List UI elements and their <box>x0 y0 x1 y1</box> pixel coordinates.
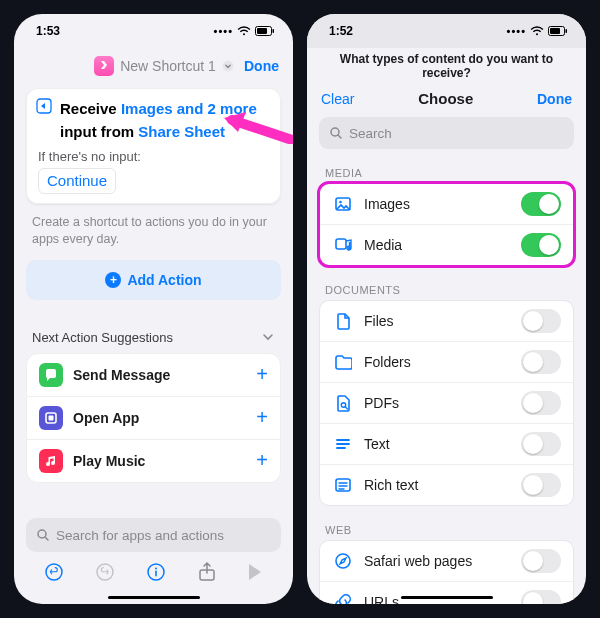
svg-rect-12 <box>156 571 158 577</box>
receive-input-card[interactable]: Receive Images and 2 more input from Sha… <box>26 88 281 204</box>
undo-button[interactable] <box>44 562 64 586</box>
type-row-pdfs[interactable]: PDFs <box>320 382 573 423</box>
share-button[interactable] <box>198 562 216 586</box>
status-bar: 1:53 •••• <box>14 14 293 48</box>
toggle-switch[interactable] <box>521 432 561 456</box>
richtext-icon <box>332 476 354 494</box>
type-label: Safari web pages <box>364 553 521 569</box>
type-group: ImagesMedia <box>319 183 574 266</box>
toggle-switch[interactable] <box>521 473 561 497</box>
add-suggestion-button[interactable]: + <box>256 363 268 386</box>
type-row-urls[interactable]: URLs <box>320 581 573 604</box>
add-action-button[interactable]: + Add Action <box>26 260 281 300</box>
section-label: WEB <box>307 516 586 540</box>
type-row-files[interactable]: Files <box>320 301 573 341</box>
svg-rect-1 <box>257 28 267 34</box>
modal-nav: Clear Choose Done <box>307 90 586 117</box>
input-types-link[interactable]: Images and 2 more <box>121 100 257 117</box>
editor-nav: New Shortcut 1 Done <box>14 48 293 84</box>
shortcut-title: New Shortcut 1 <box>120 58 216 74</box>
status-right: •••• <box>507 25 568 37</box>
battery-icon <box>255 26 275 36</box>
search-icon <box>329 126 343 140</box>
toggle-switch[interactable] <box>521 192 561 216</box>
type-label: PDFs <box>364 395 521 411</box>
wifi-icon <box>237 26 251 36</box>
battery-icon <box>548 26 568 36</box>
type-label: Rich text <box>364 477 521 493</box>
search-input[interactable]: Search for apps and actions <box>26 518 281 552</box>
suggestions-header-row[interactable]: Next Action Suggestions <box>14 314 293 353</box>
home-indicator <box>401 596 493 599</box>
add-action-label: Add Action <box>127 272 201 288</box>
search-input[interactable]: Search <box>319 117 574 149</box>
toggle-switch[interactable] <box>521 350 561 374</box>
search-icon <box>36 528 50 542</box>
receive-line: Receive Images and 2 more input from Sha… <box>60 98 269 143</box>
done-button[interactable]: Done <box>537 91 572 107</box>
plus-circle-icon: + <box>105 272 121 288</box>
link-icon <box>332 593 354 604</box>
type-group: Safari web pagesURLsArticles <box>319 540 574 604</box>
svg-rect-15 <box>550 28 560 34</box>
toggle-switch[interactable] <box>521 309 561 333</box>
section-label: MEDIA <box>307 159 586 183</box>
shortcut-title-row[interactable]: New Shortcut 1 <box>94 56 234 76</box>
toggle-switch[interactable] <box>521 233 561 257</box>
svg-rect-16 <box>566 29 568 33</box>
music-icon <box>39 449 63 473</box>
toggle-switch[interactable] <box>521 549 561 573</box>
svg-point-19 <box>339 201 342 204</box>
svg-point-11 <box>155 568 157 570</box>
no-input-label: If there's no input: <box>38 149 269 164</box>
share-sheet-link[interactable]: Share Sheet <box>138 123 225 140</box>
svg-rect-20 <box>336 239 346 249</box>
type-row-text[interactable]: Text <box>320 423 573 464</box>
chevron-down-icon <box>261 330 275 344</box>
type-label: Folders <box>364 354 521 370</box>
info-button[interactable] <box>146 562 166 586</box>
type-row-folders[interactable]: Folders <box>320 341 573 382</box>
svg-rect-6 <box>49 415 54 420</box>
suggestion-open-app[interactable]: Open App + <box>27 396 280 439</box>
help-text: Create a shortcut to actions you do in y… <box>14 214 293 260</box>
type-label: Files <box>364 313 521 329</box>
suggestion-label: Send Message <box>73 367 256 383</box>
svg-point-24 <box>336 554 350 568</box>
play-button[interactable] <box>247 563 263 585</box>
type-row-rich-text[interactable]: Rich text <box>320 464 573 505</box>
suggestion-label: Open App <box>73 410 256 426</box>
type-label: Images <box>364 196 521 212</box>
suggestion-play-music[interactable]: Play Music + <box>27 439 280 482</box>
file-icon <box>332 312 354 330</box>
continue-pill[interactable]: Continue <box>38 168 116 194</box>
modal-title: Choose <box>418 90 473 107</box>
suggestion-label: Play Music <box>73 453 256 469</box>
media-icon <box>332 236 354 254</box>
status-bar: 1:52 •••• <box>307 14 586 48</box>
add-suggestion-button[interactable]: + <box>256 449 268 472</box>
redo-button <box>95 562 115 586</box>
phone-shortcut-editor: 1:53 •••• New Shortcut 1 Done Receive Im… <box>14 14 293 604</box>
toggle-switch[interactable] <box>521 391 561 415</box>
image-icon <box>332 195 354 213</box>
message-icon <box>39 363 63 387</box>
done-button[interactable]: Done <box>244 58 279 74</box>
open-app-icon <box>39 406 63 430</box>
type-row-safari-web-pages[interactable]: Safari web pages <box>320 541 573 581</box>
toggle-switch[interactable] <box>521 590 561 604</box>
editor-toolbar <box>14 556 293 592</box>
status-right: •••• <box>214 25 275 37</box>
suggestion-send-message[interactable]: Send Message + <box>27 354 280 396</box>
add-suggestion-button[interactable]: + <box>256 406 268 429</box>
home-indicator <box>108 596 200 599</box>
safari-icon <box>332 552 354 570</box>
type-row-media[interactable]: Media <box>320 224 573 265</box>
text-icon <box>332 435 354 453</box>
type-label: Media <box>364 237 521 253</box>
type-row-images[interactable]: Images <box>320 184 573 224</box>
search-placeholder: Search <box>349 126 392 141</box>
clear-button[interactable]: Clear <box>321 91 354 107</box>
shortcuts-app-icon <box>94 56 114 76</box>
suggestions-header: Next Action Suggestions <box>32 330 173 345</box>
